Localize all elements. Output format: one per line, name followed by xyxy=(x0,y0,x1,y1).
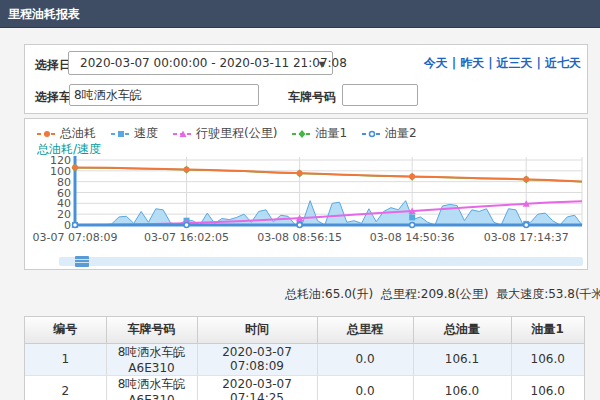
quick-link-yesterday[interactable]: 昨天 xyxy=(460,56,484,70)
vehicle-input[interactable] xyxy=(69,84,259,106)
report-table-panel: 编号车牌号码时间总里程总油量油量1 18吨洒水车皖A6E3102020-03-0… xyxy=(24,316,585,400)
report-table: 编号车牌号码时间总里程总油量油量1 18吨洒水车皖A6E3102020-03-0… xyxy=(25,317,584,400)
plate-label: 车牌号码 xyxy=(288,89,336,106)
svg-text:03-07 16:02:05: 03-07 16:02:05 xyxy=(144,231,229,244)
chart-x-scrollbar-handle[interactable] xyxy=(75,256,89,267)
square-icon xyxy=(111,129,131,139)
column-header-2: 时间 xyxy=(197,317,317,343)
legend-item-1[interactable]: 速度 xyxy=(111,125,158,142)
header-bar: 里程油耗报表 xyxy=(0,0,600,28)
table-cell: 8吨洒水车皖A6E310 xyxy=(106,375,197,400)
legend-label: 行驶里程(公里) xyxy=(196,125,277,142)
quick-link-last-3-days[interactable]: 近三天 xyxy=(497,56,533,70)
summary-text: 总耗油:65.0(升) 总里程:209.8(公里) 最大速度:53.8(千米/小… xyxy=(285,286,600,303)
circle-open-icon xyxy=(362,129,382,139)
table-cell: 2020-03-07 07:14:25 xyxy=(197,375,317,400)
chart-x-scrollbar-track[interactable] xyxy=(59,257,583,266)
table-cell: 106.0 xyxy=(511,343,584,375)
table-cell: 106.0 xyxy=(511,375,584,400)
table-cell: 8吨洒水车皖A6E310 xyxy=(106,343,197,375)
legend-item-4[interactable]: 油量2 xyxy=(362,125,417,142)
table-cell: 1 xyxy=(25,343,106,375)
legend-label: 油量2 xyxy=(385,125,417,142)
table-cell: 106.1 xyxy=(413,343,511,375)
table-cell: 2020-03-07 07:08:09 xyxy=(197,343,317,375)
chart-legend: 总油耗速度行驶里程(公里)油量1油量2 xyxy=(37,125,417,142)
column-header-5: 油量1 xyxy=(511,317,584,343)
table-row[interactable]: 28吨洒水车皖A6E3102020-03-07 07:14:250.0106.0… xyxy=(25,375,584,400)
svg-text:03-07 07:08:09: 03-07 07:08:09 xyxy=(33,231,118,244)
plate-input[interactable] xyxy=(342,84,418,106)
legend-item-0[interactable]: 总油耗 xyxy=(37,125,96,142)
triangle-icon xyxy=(173,129,193,139)
diamond-icon xyxy=(292,129,312,139)
legend-item-2[interactable]: 行驶里程(公里) xyxy=(173,125,277,142)
table-cell: 2 xyxy=(25,375,106,400)
quick-link-separator: | xyxy=(488,56,492,70)
svg-text:03-08 17:14:37: 03-08 17:14:37 xyxy=(484,231,569,244)
quick-link-today[interactable]: 今天 xyxy=(424,56,448,70)
date-range-picker[interactable]: 2020-03-07 00:00:00 - 2020-03-11 21:07:0… xyxy=(68,51,333,75)
fuel-speed-chart: 02040608010012003-07 07:08:0903-07 16:02… xyxy=(25,155,587,251)
table-cell: 0.0 xyxy=(317,375,413,400)
column-header-0: 编号 xyxy=(25,317,106,343)
quick-links: 今天|昨天|近三天|近七天 xyxy=(424,55,581,72)
dropdown-caret-icon[interactable]: ▼ xyxy=(319,60,325,69)
table-cell: 106.0 xyxy=(413,375,511,400)
filter-panel: 选择日期 2020-03-07 00:00:00 - 2020-03-11 21… xyxy=(24,44,588,114)
svg-text:03-08 14:50:36: 03-08 14:50:36 xyxy=(370,231,455,244)
svg-text:120: 120 xyxy=(50,155,71,167)
svg-text:03-08 08:56:15: 03-08 08:56:15 xyxy=(257,231,342,244)
date-range-value: 2020-03-07 00:00:00 - 2020-03-11 21:07:0… xyxy=(80,56,347,70)
table-cell: 0.0 xyxy=(317,343,413,375)
column-header-1: 车牌号码 xyxy=(106,317,197,343)
legend-label: 油量1 xyxy=(315,125,347,142)
quick-link-separator: | xyxy=(537,56,541,70)
legend-item-3[interactable]: 油量1 xyxy=(292,125,347,142)
legend-label: 速度 xyxy=(134,125,158,142)
column-header-3: 总里程 xyxy=(317,317,413,343)
page-title: 里程油耗报表 xyxy=(0,0,600,28)
date-filter-row: 选择日期 2020-03-07 00:00:00 - 2020-03-11 21… xyxy=(25,45,587,81)
table-row[interactable]: 18吨洒水车皖A6E3102020-03-07 07:08:090.0106.1… xyxy=(25,343,584,375)
chart-panel: 总油耗速度行驶里程(公里)油量1油量2 总油耗/速度 0204060801001… xyxy=(24,118,588,270)
circle-icon xyxy=(37,129,57,139)
column-header-4: 总油量 xyxy=(413,317,511,343)
quick-link-separator: | xyxy=(452,56,456,70)
table-header-row: 编号车牌号码时间总里程总油量油量1 xyxy=(25,317,584,343)
vehicle-filter-row: 选择车辆 车牌号码 xyxy=(25,79,587,113)
quick-link-last-7-days[interactable]: 近七天 xyxy=(545,56,581,70)
legend-label: 总油耗 xyxy=(60,125,96,142)
